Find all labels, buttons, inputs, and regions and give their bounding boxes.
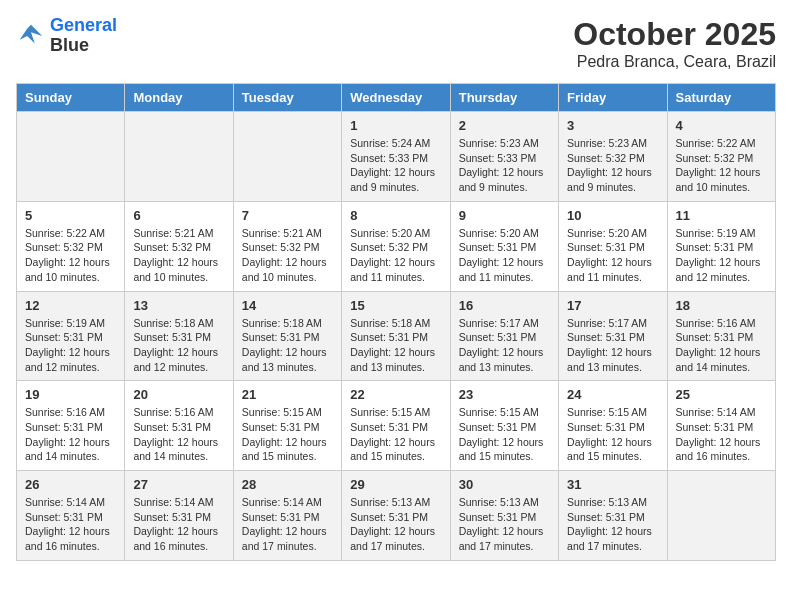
calendar-cell: 4Sunrise: 5:22 AMSunset: 5:32 PMDaylight… (667, 112, 775, 202)
calendar-cell: 2Sunrise: 5:23 AMSunset: 5:33 PMDaylight… (450, 112, 558, 202)
day-info: Sunrise: 5:22 AMSunset: 5:32 PMDaylight:… (25, 226, 116, 285)
calendar-cell: 5Sunrise: 5:22 AMSunset: 5:32 PMDaylight… (17, 201, 125, 291)
calendar-cell: 21Sunrise: 5:15 AMSunset: 5:31 PMDayligh… (233, 381, 341, 471)
day-info: Sunrise: 5:21 AMSunset: 5:32 PMDaylight:… (133, 226, 224, 285)
day-info: Sunrise: 5:19 AMSunset: 5:31 PMDaylight:… (676, 226, 767, 285)
calendar-cell (233, 112, 341, 202)
calendar-cell: 20Sunrise: 5:16 AMSunset: 5:31 PMDayligh… (125, 381, 233, 471)
weekday-header-saturday: Saturday (667, 84, 775, 112)
weekday-header-monday: Monday (125, 84, 233, 112)
day-number: 28 (242, 477, 333, 492)
day-number: 9 (459, 208, 550, 223)
day-number: 11 (676, 208, 767, 223)
calendar-cell: 19Sunrise: 5:16 AMSunset: 5:31 PMDayligh… (17, 381, 125, 471)
day-info: Sunrise: 5:22 AMSunset: 5:32 PMDaylight:… (676, 136, 767, 195)
day-info: Sunrise: 5:15 AMSunset: 5:31 PMDaylight:… (459, 405, 550, 464)
calendar-week-5: 26Sunrise: 5:14 AMSunset: 5:31 PMDayligh… (17, 471, 776, 561)
day-number: 14 (242, 298, 333, 313)
calendar-cell: 7Sunrise: 5:21 AMSunset: 5:32 PMDaylight… (233, 201, 341, 291)
calendar-cell: 30Sunrise: 5:13 AMSunset: 5:31 PMDayligh… (450, 471, 558, 561)
day-number: 13 (133, 298, 224, 313)
calendar-cell: 9Sunrise: 5:20 AMSunset: 5:31 PMDaylight… (450, 201, 558, 291)
day-number: 4 (676, 118, 767, 133)
calendar-cell: 11Sunrise: 5:19 AMSunset: 5:31 PMDayligh… (667, 201, 775, 291)
weekday-header-sunday: Sunday (17, 84, 125, 112)
calendar-cell: 28Sunrise: 5:14 AMSunset: 5:31 PMDayligh… (233, 471, 341, 561)
calendar-cell (667, 471, 775, 561)
calendar-table: SundayMondayTuesdayWednesdayThursdayFrid… (16, 83, 776, 561)
day-number: 15 (350, 298, 441, 313)
day-info: Sunrise: 5:16 AMSunset: 5:31 PMDaylight:… (676, 316, 767, 375)
day-info: Sunrise: 5:17 AMSunset: 5:31 PMDaylight:… (567, 316, 658, 375)
day-info: Sunrise: 5:15 AMSunset: 5:31 PMDaylight:… (567, 405, 658, 464)
calendar-cell: 14Sunrise: 5:18 AMSunset: 5:31 PMDayligh… (233, 291, 341, 381)
day-info: Sunrise: 5:14 AMSunset: 5:31 PMDaylight:… (676, 405, 767, 464)
title-block: October 2025 Pedra Branca, Ceara, Brazil (573, 16, 776, 71)
calendar-cell: 22Sunrise: 5:15 AMSunset: 5:31 PMDayligh… (342, 381, 450, 471)
calendar-week-2: 5Sunrise: 5:22 AMSunset: 5:32 PMDaylight… (17, 201, 776, 291)
logo-text: General Blue (50, 16, 117, 56)
weekday-header-friday: Friday (559, 84, 667, 112)
day-number: 12 (25, 298, 116, 313)
day-info: Sunrise: 5:18 AMSunset: 5:31 PMDaylight:… (133, 316, 224, 375)
calendar-cell: 3Sunrise: 5:23 AMSunset: 5:32 PMDaylight… (559, 112, 667, 202)
calendar-cell: 15Sunrise: 5:18 AMSunset: 5:31 PMDayligh… (342, 291, 450, 381)
day-info: Sunrise: 5:14 AMSunset: 5:31 PMDaylight:… (25, 495, 116, 554)
day-number: 10 (567, 208, 658, 223)
calendar-cell: 23Sunrise: 5:15 AMSunset: 5:31 PMDayligh… (450, 381, 558, 471)
day-number: 19 (25, 387, 116, 402)
day-number: 25 (676, 387, 767, 402)
day-number: 1 (350, 118, 441, 133)
day-number: 18 (676, 298, 767, 313)
calendar-cell: 10Sunrise: 5:20 AMSunset: 5:31 PMDayligh… (559, 201, 667, 291)
calendar-week-3: 12Sunrise: 5:19 AMSunset: 5:31 PMDayligh… (17, 291, 776, 381)
day-info: Sunrise: 5:20 AMSunset: 5:32 PMDaylight:… (350, 226, 441, 285)
day-number: 7 (242, 208, 333, 223)
calendar-cell: 26Sunrise: 5:14 AMSunset: 5:31 PMDayligh… (17, 471, 125, 561)
day-number: 27 (133, 477, 224, 492)
calendar-cell: 1Sunrise: 5:24 AMSunset: 5:33 PMDaylight… (342, 112, 450, 202)
svg-marker-0 (20, 25, 43, 44)
calendar-cell: 13Sunrise: 5:18 AMSunset: 5:31 PMDayligh… (125, 291, 233, 381)
day-info: Sunrise: 5:14 AMSunset: 5:31 PMDaylight:… (242, 495, 333, 554)
calendar-cell: 8Sunrise: 5:20 AMSunset: 5:32 PMDaylight… (342, 201, 450, 291)
day-info: Sunrise: 5:15 AMSunset: 5:31 PMDaylight:… (350, 405, 441, 464)
day-number: 22 (350, 387, 441, 402)
weekday-header-tuesday: Tuesday (233, 84, 341, 112)
day-info: Sunrise: 5:16 AMSunset: 5:31 PMDaylight:… (25, 405, 116, 464)
month-title: October 2025 (573, 16, 776, 53)
day-info: Sunrise: 5:18 AMSunset: 5:31 PMDaylight:… (242, 316, 333, 375)
calendar-week-1: 1Sunrise: 5:24 AMSunset: 5:33 PMDaylight… (17, 112, 776, 202)
day-info: Sunrise: 5:16 AMSunset: 5:31 PMDaylight:… (133, 405, 224, 464)
calendar-cell: 25Sunrise: 5:14 AMSunset: 5:31 PMDayligh… (667, 381, 775, 471)
day-info: Sunrise: 5:23 AMSunset: 5:32 PMDaylight:… (567, 136, 658, 195)
logo: General Blue (16, 16, 117, 56)
day-number: 23 (459, 387, 550, 402)
calendar-cell (125, 112, 233, 202)
calendar-cell: 16Sunrise: 5:17 AMSunset: 5:31 PMDayligh… (450, 291, 558, 381)
weekday-header-wednesday: Wednesday (342, 84, 450, 112)
day-number: 2 (459, 118, 550, 133)
location-title: Pedra Branca, Ceara, Brazil (573, 53, 776, 71)
day-number: 30 (459, 477, 550, 492)
day-info: Sunrise: 5:23 AMSunset: 5:33 PMDaylight:… (459, 136, 550, 195)
calendar-cell: 18Sunrise: 5:16 AMSunset: 5:31 PMDayligh… (667, 291, 775, 381)
day-info: Sunrise: 5:13 AMSunset: 5:31 PMDaylight:… (567, 495, 658, 554)
day-info: Sunrise: 5:20 AMSunset: 5:31 PMDaylight:… (459, 226, 550, 285)
day-info: Sunrise: 5:14 AMSunset: 5:31 PMDaylight:… (133, 495, 224, 554)
day-number: 3 (567, 118, 658, 133)
day-number: 24 (567, 387, 658, 402)
day-info: Sunrise: 5:18 AMSunset: 5:31 PMDaylight:… (350, 316, 441, 375)
day-number: 16 (459, 298, 550, 313)
day-info: Sunrise: 5:20 AMSunset: 5:31 PMDaylight:… (567, 226, 658, 285)
day-number: 29 (350, 477, 441, 492)
day-number: 6 (133, 208, 224, 223)
calendar-cell: 27Sunrise: 5:14 AMSunset: 5:31 PMDayligh… (125, 471, 233, 561)
day-info: Sunrise: 5:17 AMSunset: 5:31 PMDaylight:… (459, 316, 550, 375)
day-number: 17 (567, 298, 658, 313)
weekday-header-thursday: Thursday (450, 84, 558, 112)
calendar-cell: 6Sunrise: 5:21 AMSunset: 5:32 PMDaylight… (125, 201, 233, 291)
day-info: Sunrise: 5:13 AMSunset: 5:31 PMDaylight:… (459, 495, 550, 554)
weekday-header-row: SundayMondayTuesdayWednesdayThursdayFrid… (17, 84, 776, 112)
calendar-week-4: 19Sunrise: 5:16 AMSunset: 5:31 PMDayligh… (17, 381, 776, 471)
